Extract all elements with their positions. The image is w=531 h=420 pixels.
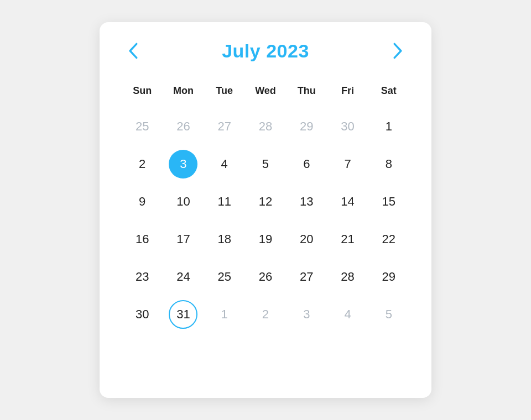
- day-number: 17: [169, 225, 197, 254]
- day-cell[interactable]: 5: [368, 296, 409, 333]
- day-cell[interactable]: 11: [204, 183, 245, 221]
- day-cell[interactable]: 28: [327, 258, 368, 296]
- day-number: 19: [251, 225, 280, 254]
- day-cell[interactable]: 26: [163, 108, 204, 145]
- day-cell[interactable]: 27: [204, 108, 245, 145]
- day-cell[interactable]: 7: [327, 145, 368, 183]
- day-number: 23: [128, 262, 157, 291]
- day-cell[interactable]: 18: [204, 221, 245, 258]
- day-number: 25: [128, 112, 157, 141]
- day-cell[interactable]: 28: [245, 108, 286, 145]
- day-number: 7: [334, 150, 362, 179]
- day-number: 5: [374, 300, 403, 329]
- day-cell[interactable]: 29: [368, 258, 409, 296]
- day-number: 3: [292, 300, 321, 329]
- day-number: 28: [334, 262, 362, 291]
- day-cell[interactable]: 6: [286, 145, 327, 183]
- day-number: 9: [128, 187, 157, 216]
- day-cell[interactable]: 16: [122, 221, 163, 258]
- days-grid: 2526272829301234567891011121314151617181…: [122, 108, 409, 333]
- weekday-header-mon: Mon: [163, 80, 204, 108]
- day-number: 13: [292, 187, 321, 216]
- day-number: 10: [169, 187, 197, 216]
- day-cell[interactable]: 25: [204, 258, 245, 296]
- day-cell[interactable]: 30: [327, 108, 368, 145]
- day-cell[interactable]: 12: [245, 183, 286, 221]
- day-number: 29: [374, 262, 403, 291]
- day-cell[interactable]: 4: [327, 296, 368, 333]
- day-cell[interactable]: 5: [245, 145, 286, 183]
- day-cell[interactable]: 15: [368, 183, 409, 221]
- weekday-header-sun: Sun: [122, 80, 163, 108]
- day-number: 30: [334, 112, 362, 141]
- day-number: 12: [251, 187, 280, 216]
- day-number: 14: [334, 187, 362, 216]
- day-cell[interactable]: 4: [204, 145, 245, 183]
- calendar-header: July 2023: [122, 40, 409, 62]
- weekday-header-sat: Sat: [368, 80, 409, 108]
- day-cell[interactable]: 25: [122, 108, 163, 145]
- day-number: 2: [251, 300, 280, 329]
- weekday-header-fri: Fri: [327, 80, 368, 108]
- day-cell[interactable]: 31: [163, 296, 204, 333]
- day-cell[interactable]: 3: [163, 145, 204, 183]
- day-number: 20: [292, 225, 321, 254]
- day-number: 18: [210, 225, 239, 254]
- day-number: 1: [374, 112, 403, 141]
- month-title: July 2023: [222, 40, 309, 62]
- day-number: 26: [169, 112, 197, 141]
- day-number: 11: [210, 187, 239, 216]
- day-cell[interactable]: 21: [327, 221, 368, 258]
- day-number: 30: [128, 300, 157, 329]
- day-number: 26: [251, 262, 280, 291]
- next-month-button[interactable]: [386, 40, 409, 62]
- day-cell[interactable]: 10: [163, 183, 204, 221]
- day-number: 4: [334, 300, 362, 329]
- day-number: 3: [169, 150, 197, 179]
- day-cell[interactable]: 29: [286, 108, 327, 145]
- day-cell[interactable]: 19: [245, 221, 286, 258]
- day-number: 21: [334, 225, 362, 254]
- calendar-grid: Sun Mon Tue Wed Thu Fri Sat: [122, 80, 409, 108]
- day-number: 15: [374, 187, 403, 216]
- weekday-header-thu: Thu: [286, 80, 327, 108]
- day-number: 25: [210, 262, 239, 291]
- day-number: 6: [292, 150, 321, 179]
- day-number: 4: [210, 150, 239, 179]
- day-cell[interactable]: 30: [122, 296, 163, 333]
- day-number: 16: [128, 225, 157, 254]
- prev-month-button[interactable]: [122, 40, 145, 62]
- day-number: 22: [374, 225, 403, 254]
- calendar-card: July 2023 Sun Mon Tue Wed Thu Fri Sat 25…: [100, 22, 431, 398]
- day-number: 2: [128, 150, 157, 179]
- day-number: 24: [169, 262, 197, 291]
- day-cell[interactable]: 26: [245, 258, 286, 296]
- weekday-header-wed: Wed: [245, 80, 286, 108]
- day-cell[interactable]: 13: [286, 183, 327, 221]
- day-number: 29: [292, 112, 321, 141]
- day-cell[interactable]: 22: [368, 221, 409, 258]
- day-cell[interactable]: 23: [122, 258, 163, 296]
- day-cell[interactable]: 1: [204, 296, 245, 333]
- day-cell[interactable]: 1: [368, 108, 409, 145]
- day-cell[interactable]: 27: [286, 258, 327, 296]
- day-cell[interactable]: 9: [122, 183, 163, 221]
- day-number: 27: [210, 112, 239, 141]
- day-cell[interactable]: 14: [327, 183, 368, 221]
- day-cell[interactable]: 2: [122, 145, 163, 183]
- day-cell[interactable]: 17: [163, 221, 204, 258]
- day-number: 8: [374, 150, 403, 179]
- day-cell[interactable]: 20: [286, 221, 327, 258]
- weekday-header-tue: Tue: [204, 80, 245, 108]
- day-number: 31: [169, 300, 197, 329]
- day-cell[interactable]: 3: [286, 296, 327, 333]
- day-number: 1: [210, 300, 239, 329]
- day-number: 27: [292, 262, 321, 291]
- day-cell[interactable]: 2: [245, 296, 286, 333]
- day-cell[interactable]: 8: [368, 145, 409, 183]
- day-number: 28: [251, 112, 280, 141]
- day-cell[interactable]: 24: [163, 258, 204, 296]
- day-number: 5: [251, 150, 280, 179]
